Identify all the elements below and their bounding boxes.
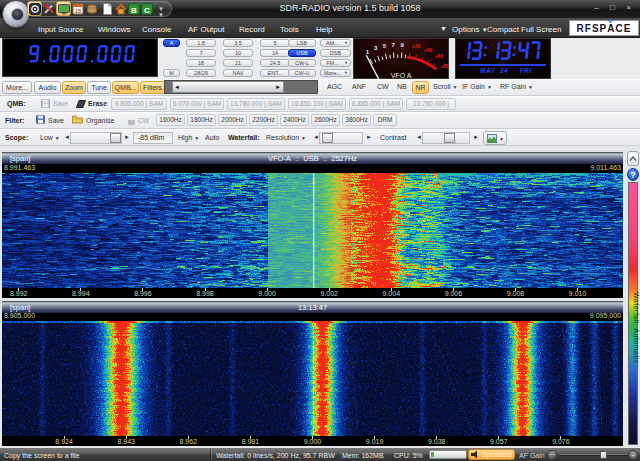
svg-text:+20: +20 <box>412 43 421 49</box>
svg-text:15: 15 <box>75 8 82 14</box>
svg-text:7: 7 <box>392 42 396 48</box>
svg-text:+40: +40 <box>424 47 433 53</box>
svg-text:B: B <box>131 6 137 15</box>
svg-text:9: 9 <box>400 42 404 48</box>
svg-text:+60: +60 <box>435 53 444 59</box>
svg-text:1: 1 <box>366 49 370 55</box>
svg-text:C: C <box>144 6 150 15</box>
svg-text:dB: dB <box>442 63 449 69</box>
svg-text:VFO A: VFO A <box>391 72 412 79</box>
svg-text:5: 5 <box>383 43 387 49</box>
svg-text:3: 3 <box>374 45 378 51</box>
